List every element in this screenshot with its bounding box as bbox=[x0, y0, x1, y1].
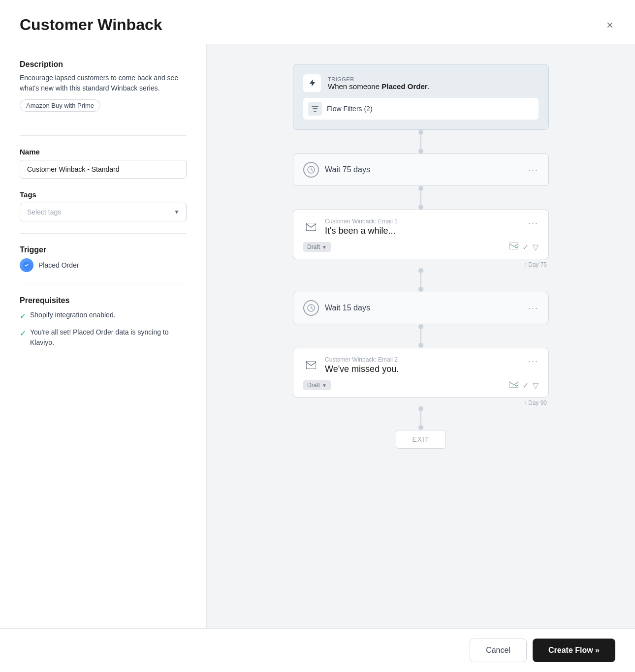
wait-card-2: Wait 15 days ··· bbox=[293, 292, 549, 324]
placed-order-icon bbox=[20, 258, 33, 272]
description-text: Encourage lapsed customers to come back … bbox=[20, 73, 187, 93]
connector-line-3 bbox=[420, 273, 421, 287]
exit-label: EXIT bbox=[412, 435, 429, 443]
email-card-2: Customer Winback: Email 2 We've missed y… bbox=[293, 348, 549, 397]
exit-box: EXIT bbox=[396, 430, 445, 449]
preview-icon-2[interactable] bbox=[509, 381, 518, 390]
trigger-value: Placed Order bbox=[38, 261, 79, 269]
svg-rect-9 bbox=[509, 381, 518, 388]
email-card-1-left: Customer Winback: Email 1 It's been a wh… bbox=[303, 218, 398, 236]
tags-select-wrapper: Select tags ▼ bbox=[20, 203, 187, 221]
svg-rect-5 bbox=[306, 223, 316, 231]
email-title-1: It's been a while... bbox=[325, 226, 398, 236]
email-actions-2: ✓ ▽ bbox=[509, 381, 539, 390]
divider-1 bbox=[20, 135, 187, 136]
trigger-card: Trigger When someone Placed Order. bbox=[293, 64, 549, 130]
connector-dot-5 bbox=[418, 268, 423, 273]
wait-card-1: Wait 75 days ··· bbox=[293, 153, 549, 186]
wait-card-1-menu[interactable]: ··· bbox=[528, 165, 539, 175]
clock-icon-1 bbox=[303, 162, 319, 178]
right-panel: Trigger When someone Placed Order. bbox=[207, 44, 635, 628]
connector-dot-3 bbox=[418, 186, 423, 191]
check-icon-2: ✓ bbox=[20, 328, 26, 339]
description-label: Description bbox=[20, 60, 187, 69]
filter-row[interactable]: Flow Filters (2) bbox=[303, 98, 539, 120]
wait-card-2-menu[interactable]: ··· bbox=[528, 303, 539, 313]
email-icon-2 bbox=[303, 357, 319, 373]
wait-left-2: Wait 15 days bbox=[303, 300, 370, 316]
connector-dot-8 bbox=[418, 343, 423, 348]
trigger-card-header: Trigger When someone Placed Order. bbox=[303, 74, 539, 92]
email-icon-1 bbox=[303, 219, 319, 235]
wait-left-1: Wait 75 days bbox=[303, 162, 370, 178]
tags-field-group: Tags Select tags ▼ bbox=[20, 190, 187, 221]
filter-label: Flow Filters (2) bbox=[327, 105, 373, 113]
draft-label-1: Draft bbox=[307, 244, 320, 250]
trigger-section: Trigger Placed Order bbox=[20, 245, 187, 272]
clock-icon-2 bbox=[303, 300, 319, 316]
filter-icon-email-2[interactable]: ▽ bbox=[533, 381, 539, 390]
modal-title: Customer Winback bbox=[20, 16, 162, 34]
divider-3 bbox=[20, 284, 187, 284]
filter-icon bbox=[308, 102, 322, 116]
check-icon-email-2[interactable]: ✓ bbox=[522, 381, 529, 390]
email-title-2: We've missed you. bbox=[325, 364, 399, 374]
draft-badge-1[interactable]: Draft ▼ bbox=[303, 242, 331, 252]
name-label: Name bbox=[20, 148, 187, 156]
tags-select[interactable]: Select tags bbox=[20, 203, 187, 221]
bolt-icon bbox=[303, 74, 321, 92]
email-card-1: Customer Winback: Email 1 It's been a wh… bbox=[293, 210, 549, 259]
svg-rect-3 bbox=[314, 111, 317, 112]
check-icon-1: ✓ bbox=[20, 310, 26, 322]
wait-15-label: Wait 15 days bbox=[325, 304, 370, 312]
connector-dot-7 bbox=[418, 324, 423, 329]
draft-badge-2[interactable]: Draft ▼ bbox=[303, 380, 331, 390]
connector-dot-10 bbox=[418, 425, 423, 430]
email-subtitle-2: Customer Winback: Email 2 bbox=[325, 356, 399, 363]
prereq-item-2: ✓ You're all set! Placed Order data is s… bbox=[20, 327, 187, 348]
check-icon-email-1[interactable]: ✓ bbox=[522, 243, 529, 252]
email-info-1: Customer Winback: Email 1 It's been a wh… bbox=[325, 218, 398, 236]
name-input[interactable] bbox=[20, 160, 187, 179]
trigger-bold: Placed Order bbox=[381, 82, 427, 91]
description-section: Description Encourage lapsed customers t… bbox=[20, 60, 187, 123]
modal-container: Customer Winback × Description Encourage… bbox=[0, 0, 635, 672]
trigger-suffix: . bbox=[428, 82, 430, 91]
modal-header: Customer Winback × bbox=[0, 0, 635, 44]
day-75-label: ↑ Day 75 bbox=[293, 261, 549, 268]
email-card-2-menu[interactable]: ··· bbox=[528, 356, 539, 367]
connector-line-5 bbox=[420, 411, 421, 425]
svg-rect-1 bbox=[312, 106, 318, 107]
email-subtitle-1: Customer Winback: Email 1 bbox=[325, 218, 398, 225]
email-card-2-header: Customer Winback: Email 2 We've missed y… bbox=[303, 356, 539, 374]
cancel-button[interactable]: Cancel bbox=[470, 639, 527, 662]
email-actions-1: ✓ ▽ bbox=[509, 243, 539, 252]
flow-diagram: Trigger When someone Placed Order. bbox=[293, 64, 549, 449]
trigger-card-info: Trigger When someone Placed Order. bbox=[328, 76, 430, 91]
name-field-group: Name bbox=[20, 148, 187, 179]
modal-footer: Cancel Create Flow » bbox=[0, 628, 635, 672]
create-flow-button[interactable]: Create Flow » bbox=[533, 639, 615, 662]
trigger-small-label: Trigger bbox=[328, 76, 430, 82]
filter-icon-email-1[interactable]: ▽ bbox=[533, 243, 539, 252]
trigger-prefix: When someone bbox=[328, 82, 381, 91]
connector-dot-2 bbox=[418, 149, 423, 153]
connector-line-2 bbox=[420, 191, 421, 205]
email-card-1-menu[interactable]: ··· bbox=[528, 218, 539, 228]
prereq-text-2: You're all set! Placed Order data is syn… bbox=[30, 327, 187, 348]
svg-rect-6 bbox=[509, 243, 518, 249]
connector-dot-1 bbox=[418, 130, 423, 135]
trigger-description: When someone Placed Order. bbox=[328, 82, 430, 91]
email-card-2-left: Customer Winback: Email 2 We've missed y… bbox=[303, 356, 399, 374]
preview-icon-1[interactable] bbox=[509, 243, 518, 251]
divider-2 bbox=[20, 233, 187, 234]
close-button[interactable]: × bbox=[604, 17, 615, 33]
email-card-1-header: Customer Winback: Email 1 It's been a wh… bbox=[303, 218, 539, 236]
amazon-badge: Amazon Buy with Prime bbox=[20, 99, 100, 112]
draft-label-2: Draft bbox=[307, 382, 320, 389]
tags-placeholder: Select tags bbox=[27, 208, 61, 216]
email-card-1-footer: Draft ▼ ✓ ▽ bbox=[303, 242, 539, 252]
wait-75-label: Wait 75 days bbox=[325, 165, 370, 174]
trigger-section-label: Trigger bbox=[20, 245, 187, 254]
tags-label: Tags bbox=[20, 190, 187, 199]
